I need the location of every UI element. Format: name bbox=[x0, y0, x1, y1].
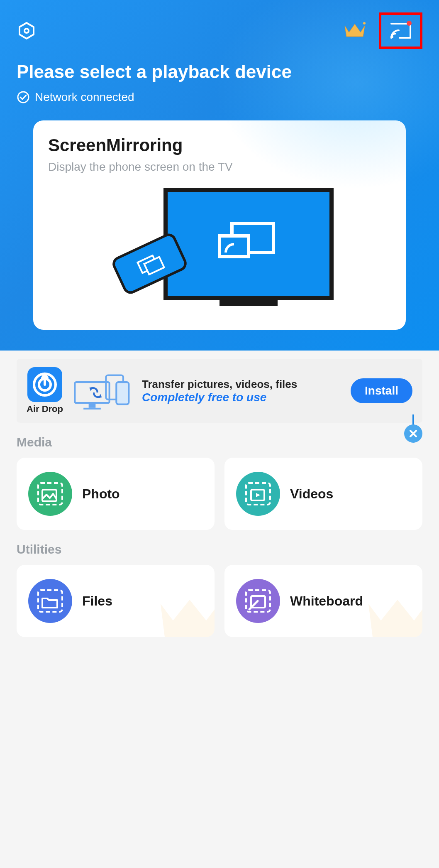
svg-point-2 bbox=[363, 22, 366, 25]
devices-icon bbox=[71, 368, 134, 414]
files-label: Files bbox=[82, 593, 112, 609]
install-button[interactable]: Install bbox=[351, 378, 412, 403]
files-tile[interactable]: Files bbox=[17, 565, 215, 637]
screen-mirroring-card[interactable]: ScreenMirroring Display the phone screen… bbox=[33, 120, 406, 330]
banner-line1: Transfer pictures, videos, files bbox=[142, 378, 342, 391]
close-banner-button[interactable] bbox=[404, 424, 422, 443]
svg-point-3 bbox=[391, 36, 393, 38]
airdrop-icon bbox=[27, 367, 62, 402]
airdrop-label: Air Drop bbox=[27, 404, 63, 414]
crown-deco-icon bbox=[156, 591, 215, 637]
svg-marker-0 bbox=[20, 23, 34, 39]
utilities-section: Utilities Files Whiteboard bbox=[0, 530, 439, 637]
hexagon-icon bbox=[17, 21, 36, 40]
videos-icon bbox=[236, 472, 280, 516]
videos-tile[interactable]: Videos bbox=[224, 458, 422, 530]
close-icon bbox=[409, 429, 418, 438]
mirroring-illustration bbox=[48, 186, 391, 315]
settings-button[interactable] bbox=[17, 21, 37, 41]
network-status: Network connected bbox=[17, 91, 422, 104]
svg-rect-17 bbox=[83, 408, 101, 409]
svg-marker-20 bbox=[89, 387, 93, 391]
videos-label: Videos bbox=[290, 486, 333, 502]
svg-rect-6 bbox=[220, 300, 278, 306]
airdrop-app: Air Drop bbox=[27, 367, 63, 414]
crown-deco-icon bbox=[364, 591, 422, 637]
status-text: Network connected bbox=[35, 91, 134, 104]
utilities-title: Utilities bbox=[17, 542, 422, 557]
media-title: Media bbox=[17, 435, 422, 449]
header: Please select a playback device Network … bbox=[0, 0, 439, 351]
photo-tile[interactable]: Photo bbox=[17, 458, 215, 530]
media-grid: Photo Videos bbox=[17, 458, 422, 530]
top-bar bbox=[17, 12, 422, 49]
svg-point-1 bbox=[24, 29, 29, 33]
crown-icon bbox=[343, 21, 366, 39]
files-icon bbox=[28, 579, 72, 623]
check-circle-icon bbox=[17, 91, 30, 104]
premium-button[interactable] bbox=[343, 21, 366, 41]
header-actions bbox=[343, 12, 422, 49]
banner-line2: Completely free to use bbox=[142, 391, 342, 404]
svg-rect-19 bbox=[116, 382, 129, 404]
page-title: Please select a playback device bbox=[17, 61, 422, 82]
whiteboard-label: Whiteboard bbox=[290, 593, 363, 609]
cast-button-highlighted[interactable] bbox=[379, 12, 422, 49]
svg-marker-26 bbox=[256, 493, 260, 497]
screen-mirroring-subtitle: Display the phone screen on the TV bbox=[48, 160, 391, 174]
svg-marker-21 bbox=[98, 394, 102, 398]
utilities-grid: Files Whiteboard bbox=[17, 565, 422, 637]
whiteboard-tile[interactable]: Whiteboard bbox=[224, 565, 422, 637]
cast-notification-dot bbox=[407, 21, 412, 26]
photo-label: Photo bbox=[82, 486, 120, 502]
whiteboard-icon bbox=[236, 579, 280, 623]
banner-text: Transfer pictures, videos, files Complet… bbox=[142, 378, 342, 404]
media-section: Media Photo Videos bbox=[0, 423, 439, 530]
svg-rect-24 bbox=[246, 483, 270, 505]
airdrop-banner[interactable]: Air Drop Transfer pictures, videos, file… bbox=[17, 359, 422, 423]
svg-rect-15 bbox=[75, 382, 109, 403]
svg-rect-8 bbox=[220, 236, 249, 257]
screen-mirroring-title: ScreenMirroring bbox=[48, 135, 391, 155]
svg-rect-16 bbox=[89, 404, 96, 408]
photo-icon bbox=[28, 472, 72, 516]
svg-point-4 bbox=[18, 92, 29, 103]
